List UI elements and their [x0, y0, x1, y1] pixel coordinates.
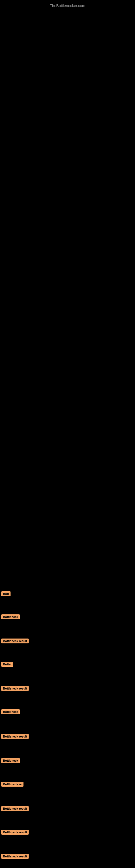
bottleneck-result-label: Bottleneck result [1, 806, 29, 811]
bottleneck-result-label: Bottleneck re [1, 782, 24, 786]
bottleneck-result-label: Bottleneck result [1, 854, 29, 859]
bottleneck-result-item: Bottleneck re [1, 782, 24, 788]
bottleneck-result-item: Bottleneck [1, 614, 20, 620]
bottleneck-result-item: Bottleneck [1, 709, 20, 715]
bottleneck-result-item: Bottleneck result [1, 854, 29, 860]
bottleneck-result-label: Bottleneck [1, 709, 20, 714]
bottleneck-result-item: Bottleneck result [1, 639, 29, 645]
bottleneck-result-item: Bottleneck result [1, 734, 29, 740]
bottleneck-result-label: Bottleneck [1, 614, 20, 619]
bottleneck-result-item: Bottleneck [1, 758, 20, 764]
bottleneck-result-item: Bottleneck result [1, 686, 29, 692]
bottleneck-result-label: Bottleneck result [1, 686, 29, 691]
bottleneck-result-item: Bottleneck result [1, 830, 29, 836]
bottleneck-result-label: Botter [1, 662, 13, 667]
bottleneck-result-item: Bott [1, 591, 10, 597]
site-title: TheBottlenecker.com [0, 1, 135, 8]
bottleneck-result-item: Bottleneck result [1, 806, 29, 812]
bottleneck-result-label: Bottleneck result [1, 639, 29, 643]
bottleneck-result-label: Bottleneck result [1, 734, 29, 739]
bottleneck-result-label: Bott [1, 591, 10, 596]
bottleneck-result-label: Bottleneck [1, 758, 20, 763]
bottleneck-result-item: Botter [1, 662, 13, 668]
bottleneck-result-label: Bottleneck result [1, 830, 29, 835]
